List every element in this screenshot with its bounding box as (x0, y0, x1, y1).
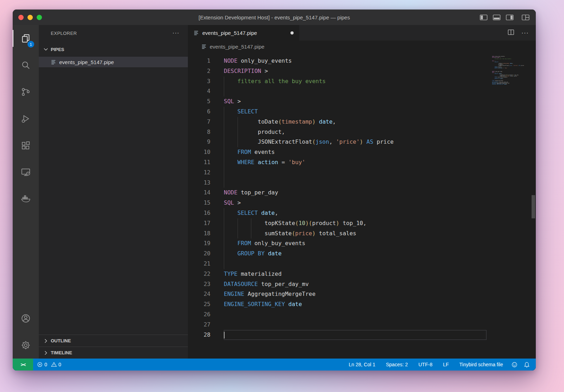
code-line-17[interactable]: 17 topKState(10)(product) top_10, (188, 218, 536, 229)
code-line-27[interactable]: 27 (188, 320, 536, 330)
explorer-actions-button[interactable]: ··· (172, 30, 179, 37)
code-line-20[interactable]: 20 GROUP BY date (188, 249, 536, 259)
file-item-pipe[interactable]: events_pipe_5147.pipe (39, 57, 188, 67)
toggle-sidebar-right-icon[interactable] (506, 14, 514, 20)
code-line-22[interactable]: 22TYPE materialized (188, 269, 536, 279)
line-number: 17 (188, 218, 210, 229)
code-editor[interactable]: 1NODE only_buy_events2DESCRIPTION >3 fil… (188, 52, 536, 359)
sidebar-item-docker[interactable] (13, 186, 39, 212)
line-number: 11 (188, 157, 210, 168)
code-line-15[interactable]: 15SQL > (188, 198, 536, 208)
code-line-3[interactable]: 3 filters all the buy events (188, 76, 536, 87)
line-number: 16 (188, 208, 210, 218)
cursor-position[interactable]: Ln 28, Col 1 (343, 359, 381, 371)
tab-events-pipe[interactable]: events_pipe_5147.pipe (188, 25, 299, 41)
code-line-2[interactable]: 2DESCRIPTION > (188, 66, 536, 76)
line-number: 27 (188, 320, 210, 330)
sidebar-item-run-debug[interactable] (13, 105, 39, 132)
code-line-19[interactable]: 19 FROM only_buy_events (188, 238, 536, 249)
code-line-5[interactable]: 5SQL > (188, 97, 536, 107)
vscode-window: [Extension Development Host] - events_pi… (13, 10, 536, 371)
line-number: 9 (188, 137, 210, 147)
section-outline-label: OUTLINE (51, 338, 71, 343)
feedback-button[interactable] (508, 359, 521, 371)
sidebar-item-search[interactable] (13, 52, 39, 79)
line-number: 8 (188, 127, 210, 137)
code-line-11[interactable]: 11 WHERE action = 'buy' (188, 157, 536, 168)
code-line-13[interactable]: 13 (188, 178, 536, 188)
problems-indicator[interactable]: 0 0 (33, 359, 67, 371)
run-debug-icon (20, 113, 31, 124)
chevron-down-icon (43, 46, 49, 52)
line-number: 19 (188, 238, 210, 249)
code-line-6[interactable]: 6 SELECT (188, 107, 536, 117)
line-number: 13 (188, 178, 210, 188)
code-line-1[interactable]: 1NODE only_buy_events (188, 56, 536, 66)
sidebar-item-explorer[interactable]: 1 (13, 25, 39, 52)
tab-bar: events_pipe_5147.pipe ··· (188, 25, 536, 41)
code-line-24[interactable]: 24ENGINE AggregatingMergeTree (188, 289, 536, 299)
accounts-button[interactable] (13, 305, 39, 332)
line-number: 24 (188, 289, 210, 299)
customize-layout-icon[interactable] (522, 14, 529, 20)
tab-label: events_pipe_5147.pipe (202, 30, 257, 36)
editor-actions-button[interactable]: ··· (521, 29, 529, 37)
sidebar-item-remote-explorer[interactable] (13, 159, 39, 186)
scrollbar-thumb[interactable] (532, 195, 535, 218)
traffic-lights (13, 15, 42, 20)
code-line-21[interactable]: 21 (188, 259, 536, 269)
breadcrumb[interactable]: events_pipe_5147.pipe (188, 41, 536, 52)
code-line-10[interactable]: 10 FROM events (188, 147, 536, 157)
sidebar-item-extensions[interactable] (13, 132, 39, 159)
code-line-7[interactable]: 7 toDate(timestamp) date, (188, 117, 536, 127)
code-line-26[interactable]: 26 (188, 310, 536, 320)
notifications-button[interactable] (521, 359, 533, 371)
chevron-right-icon (43, 350, 49, 356)
line-number: 1 (188, 56, 210, 66)
error-icon (37, 362, 43, 367)
docker-icon (20, 194, 31, 204)
editor-code: 1NODE only_buy_events2DESCRIPTION >3 fil… (188, 56, 536, 340)
line-number: 14 (188, 188, 210, 198)
split-editor-icon[interactable] (508, 29, 514, 37)
indentation-setting[interactable]: Spaces: 2 (381, 359, 413, 371)
section-timeline[interactable]: TIMELINE (39, 347, 188, 359)
feedback-icon (511, 362, 517, 368)
minimap[interactable]: 1NODE only_buy_events2DESCRIPTION >3 fil… (492, 56, 531, 359)
toggle-panel-icon[interactable] (493, 14, 501, 20)
breadcrumb-item: events_pipe_5147.pipe (210, 44, 264, 50)
sidebar-item-source-control[interactable] (13, 79, 39, 105)
encoding[interactable]: UTF-8 (413, 359, 438, 371)
file-name: events_pipe_5147.pipe (59, 59, 114, 65)
settings-button[interactable] (13, 332, 39, 359)
source-control-icon (20, 87, 31, 97)
line-number: 4 (188, 86, 210, 97)
line-number: 3 (188, 76, 210, 87)
code-line-9[interactable]: 9 JSONExtractFloat(json, 'price') AS pri… (188, 137, 536, 147)
code-line-4[interactable]: 4 (188, 86, 536, 97)
code-line-14[interactable]: 14NODE top_per_day (188, 188, 536, 198)
code-line-28[interactable]: 28 (188, 330, 536, 340)
minimize-button[interactable] (27, 15, 33, 20)
warning-icon (51, 362, 57, 367)
code-line-28: 28 (492, 87, 531, 88)
zoom-button[interactable] (37, 15, 42, 20)
code-line-16[interactable]: 16 SELECT date, (188, 208, 536, 218)
sidebar-title: EXPLORER (51, 31, 77, 36)
toggle-sidebar-left-icon[interactable] (480, 14, 488, 20)
section-outline[interactable]: OUTLINE (39, 335, 188, 347)
code-line-8[interactable]: 8 product, (188, 127, 536, 137)
search-icon (20, 60, 31, 70)
code-line-25[interactable]: 25ENGINE_SORTING_KEY date (188, 299, 536, 310)
remote-indicator[interactable]: >< (13, 359, 33, 371)
code-line-23[interactable]: 23DATASOURCE top_per_day_mv (188, 279, 536, 290)
warning-count: 0 (59, 362, 61, 367)
section-pipes[interactable]: PIPES (39, 44, 188, 55)
line-number: 22 (188, 269, 210, 279)
code-line-12[interactable]: 12 (188, 168, 536, 178)
code-line-18[interactable]: 18 sumState(price) total_sales (188, 229, 536, 239)
eol-setting[interactable]: LF (438, 359, 454, 371)
file-icon (194, 30, 199, 36)
language-mode[interactable]: Tinybird schema file (454, 359, 508, 371)
close-button[interactable] (18, 15, 24, 20)
